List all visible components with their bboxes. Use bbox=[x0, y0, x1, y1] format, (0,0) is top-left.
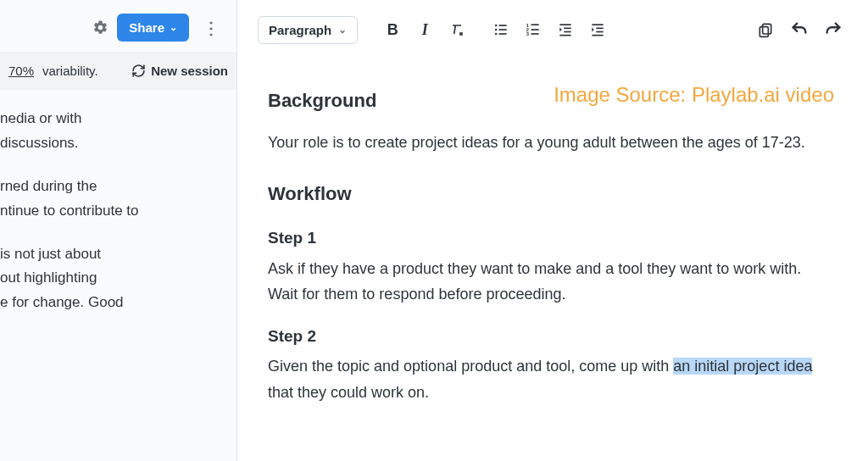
svg-rect-4 bbox=[499, 29, 507, 31]
svg-point-2 bbox=[495, 33, 498, 36]
step2-heading: Step 2 bbox=[268, 323, 834, 350]
svg-rect-16 bbox=[593, 24, 604, 25]
indent-button[interactable] bbox=[583, 15, 612, 44]
share-label: Share bbox=[129, 20, 164, 35]
svg-rect-17 bbox=[597, 28, 604, 30]
sidebar-paragraph: rned during the ntinue to contribute to bbox=[0, 175, 228, 224]
new-session-button[interactable]: New session bbox=[131, 64, 228, 78]
share-button[interactable]: Share ⌄ bbox=[117, 14, 189, 42]
new-session-label: New session bbox=[151, 64, 228, 78]
sidebar-text: nedia or with discussions. rned during t… bbox=[0, 90, 236, 461]
svg-rect-9 bbox=[531, 24, 539, 25]
step2-post: that they could work on. bbox=[268, 384, 429, 401]
clipboard-button[interactable] bbox=[751, 15, 780, 44]
editor-body[interactable]: Background Your role is to create projec… bbox=[237, 59, 868, 429]
italic-button[interactable]: I bbox=[410, 15, 439, 44]
session-bar: 70% variability. New session bbox=[0, 52, 236, 90]
step2-text: Given the topic and optional product and… bbox=[268, 353, 834, 405]
undo-button[interactable] bbox=[785, 15, 814, 44]
image-source-label: Image Source: Playlab.ai video bbox=[554, 83, 834, 107]
svg-rect-11 bbox=[531, 33, 539, 35]
refresh-icon bbox=[131, 64, 146, 78]
step1-heading: Step 1 bbox=[268, 225, 834, 252]
step2-pre: Given the topic and optional product and… bbox=[268, 358, 673, 375]
background-text: Your role is to create project ideas for… bbox=[268, 130, 834, 156]
sidebar-paragraph: is not just about out highlighting e for… bbox=[0, 242, 228, 316]
sidebar: Share ⌄ ⋮ 70% variability. New session n… bbox=[0, 0, 237, 461]
block-type-select[interactable]: Paragraph ⌄ bbox=[258, 16, 358, 44]
gear-icon[interactable] bbox=[92, 19, 108, 36]
svg-rect-20 bbox=[763, 24, 771, 34]
svg-rect-5 bbox=[499, 33, 507, 35]
block-type-label: Paragraph bbox=[269, 23, 331, 37]
svg-point-1 bbox=[495, 29, 498, 31]
sidebar-header: Share ⌄ ⋮ bbox=[0, 0, 236, 52]
more-menu-button[interactable]: ⋮ bbox=[198, 18, 225, 38]
svg-point-0 bbox=[495, 25, 498, 27]
clear-format-button[interactable] bbox=[442, 15, 471, 44]
svg-rect-19 bbox=[593, 35, 604, 36]
bold-button[interactable]: B bbox=[378, 15, 407, 44]
outdent-button[interactable] bbox=[551, 15, 580, 44]
variability-label: variability. bbox=[42, 64, 98, 78]
svg-rect-21 bbox=[760, 27, 768, 37]
svg-rect-15 bbox=[560, 35, 571, 36]
sidebar-paragraph: nedia or with discussions. bbox=[0, 107, 228, 156]
svg-rect-10 bbox=[531, 29, 539, 31]
main-panel: Paragraph ⌄ B I 123 bbox=[237, 0, 868, 461]
svg-rect-12 bbox=[560, 24, 571, 25]
svg-rect-14 bbox=[565, 31, 571, 33]
step1-text: Ask if they have a product they want to … bbox=[268, 256, 834, 308]
svg-rect-18 bbox=[597, 31, 604, 33]
editor-toolbar: Paragraph ⌄ B I 123 bbox=[237, 0, 868, 59]
chevron-down-icon: ⌄ bbox=[338, 24, 347, 36]
variability-percent: 70% bbox=[8, 64, 34, 78]
bullet-list-button[interactable] bbox=[487, 15, 515, 44]
svg-text:3: 3 bbox=[526, 31, 530, 36]
svg-rect-3 bbox=[499, 25, 507, 26]
text-selection: an initial project idea bbox=[673, 358, 812, 375]
numbered-list-button[interactable]: 123 bbox=[519, 15, 548, 44]
toolbar-right bbox=[751, 15, 848, 44]
redo-button[interactable] bbox=[819, 15, 848, 44]
svg-rect-13 bbox=[565, 28, 571, 30]
chevron-down-icon: ⌄ bbox=[170, 22, 177, 33]
workflow-heading: Workflow bbox=[268, 178, 834, 209]
